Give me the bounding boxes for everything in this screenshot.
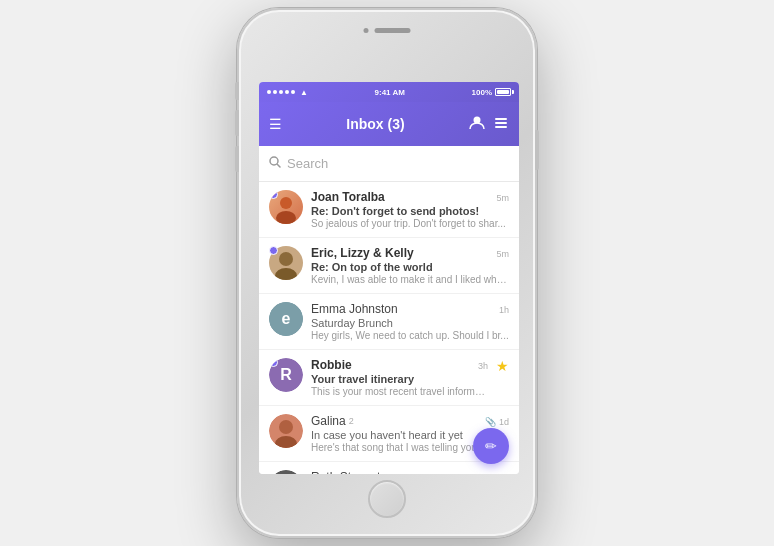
email-header-row: Joan Toralba 5m <box>311 190 509 204</box>
phone-frame: ▲ 9:41 AM 100% ☰ Inbox (3) <box>237 8 537 538</box>
email-subject: Saturday Brunch <box>311 317 509 329</box>
avatar <box>269 470 303 474</box>
sender-name: Galina <box>311 414 346 428</box>
galina-badge: 2 <box>349 416 354 426</box>
search-icon <box>269 156 281 171</box>
status-time: 9:41 AM <box>375 88 405 97</box>
status-left: ▲ <box>267 88 308 97</box>
email-content: Emma Johnston 1h Saturday Brunch Hey gir… <box>311 302 509 341</box>
signal-dot-4 <box>285 90 289 94</box>
email-time: 3h <box>478 361 488 371</box>
email-header-row: Galina 2 📎 1d <box>311 414 509 428</box>
star-icon: ★ <box>496 358 509 374</box>
email-item[interactable]: R Robbie 3h Your travel itinerary Thi <box>259 350 519 406</box>
mute-button <box>235 82 239 100</box>
signal-dot-2 <box>273 90 277 94</box>
volume-up-button <box>235 110 239 136</box>
camera-dot <box>364 28 369 33</box>
battery-percent: 100% <box>472 88 492 97</box>
attachment-icon: 📎 <box>485 417 496 427</box>
email-preview: Kevin, I was able to make it and I liked… <box>311 274 509 285</box>
email-content: Ruth Stewart Back from Maui I have so ma… <box>311 470 509 474</box>
email-time: 1h <box>499 305 509 315</box>
svg-point-6 <box>280 197 292 209</box>
svg-rect-2 <box>495 122 507 124</box>
svg-line-5 <box>278 165 281 168</box>
home-button[interactable] <box>368 480 406 518</box>
avatar: e <box>269 302 303 336</box>
email-header-row: Eric, Lizzy & Kelly 5m <box>311 246 509 260</box>
screen-container: ▲ 9:41 AM 100% ☰ Inbox (3) <box>259 82 519 474</box>
avatar <box>269 246 303 280</box>
search-placeholder: Search <box>287 156 328 171</box>
compose-icon: ✏ <box>485 438 497 454</box>
sender-name: Joan Toralba <box>311 190 385 204</box>
phone-wrapper: ▲ 9:41 AM 100% ☰ Inbox (3) <box>227 0 547 546</box>
signal-dot-1 <box>267 90 271 94</box>
svg-text:R: R <box>280 366 292 383</box>
nav-right-icons <box>469 115 509 134</box>
email-content: Joan Toralba 5m Re: Don't forget to send… <box>311 190 509 229</box>
signal-dot-5 <box>291 90 295 94</box>
svg-point-9 <box>279 252 293 266</box>
email-subject: Re: On top of the world <box>311 261 509 273</box>
email-time: 5m <box>496 193 509 203</box>
avatar <box>269 414 303 448</box>
svg-point-16 <box>279 420 293 434</box>
account-icon[interactable] <box>469 115 485 134</box>
email-time: 1d <box>499 417 509 427</box>
email-item[interactable]: e Emma Johnston 1h Saturday Brunch Hey g… <box>259 294 519 350</box>
email-content: Eric, Lizzy & Kelly 5m Re: On top of the… <box>311 246 509 285</box>
search-bar[interactable]: Search <box>259 146 519 182</box>
battery-fill <box>497 90 509 94</box>
hamburger-icon[interactable]: ☰ <box>269 117 282 131</box>
svg-rect-3 <box>495 126 507 128</box>
phone-screen: ▲ 9:41 AM 100% ☰ Inbox (3) <box>259 82 519 474</box>
email-header-row: Emma Johnston 1h <box>311 302 509 316</box>
svg-text:e: e <box>282 310 291 327</box>
battery-icon <box>495 88 511 96</box>
email-content: Robbie 3h Your travel itinerary This is … <box>311 358 488 397</box>
email-subject: Re: Don't forget to send photos! <box>311 205 509 217</box>
email-extras: ★ <box>496 358 509 374</box>
email-subject: Your travel itinerary <box>311 373 488 385</box>
unread-indicator <box>269 190 278 199</box>
inbox-title: Inbox (3) <box>282 116 469 132</box>
status-bar: ▲ 9:41 AM 100% <box>259 82 519 102</box>
status-right: 100% <box>472 88 511 97</box>
avatar: R <box>269 358 303 392</box>
compose-fab-button[interactable]: ✏ <box>473 428 509 464</box>
wifi-icon: ▲ <box>300 88 308 97</box>
speaker-area <box>364 28 411 33</box>
email-item[interactable]: Joan Toralba 5m Re: Don't forget to send… <box>259 182 519 238</box>
power-button <box>535 130 539 170</box>
email-header-row: Ruth Stewart <box>311 470 509 474</box>
sender-name: Emma Johnston <box>311 302 398 316</box>
unread-indicator <box>269 358 278 367</box>
email-header-row: Robbie 3h <box>311 358 488 372</box>
speaker-bar <box>375 28 411 33</box>
nav-bar: ☰ Inbox (3) <box>259 102 519 146</box>
svg-point-7 <box>276 211 296 224</box>
sender-name: Robbie <box>311 358 352 372</box>
svg-rect-18 <box>269 470 303 474</box>
email-time: 5m <box>496 249 509 259</box>
sender-name: Eric, Lizzy & Kelly <box>311 246 414 260</box>
sender-name: Ruth Stewart <box>311 470 380 474</box>
email-preview: So jealous of your trip. Don't forget to… <box>311 218 509 229</box>
email-preview: Hey girls, We need to catch up. Should I… <box>311 330 509 341</box>
email-item[interactable]: Ruth Stewart Back from Maui I have so ma… <box>259 462 519 474</box>
svg-point-4 <box>270 157 278 165</box>
email-item[interactable]: Eric, Lizzy & Kelly 5m Re: On top of the… <box>259 238 519 294</box>
email-preview: This is your most recent travel informat… <box>311 386 488 397</box>
avatar <box>269 190 303 224</box>
list-view-icon[interactable] <box>493 115 509 134</box>
volume-down-button <box>235 146 239 172</box>
signal-dot-3 <box>279 90 283 94</box>
svg-rect-1 <box>495 118 507 120</box>
unread-indicator <box>269 246 278 255</box>
